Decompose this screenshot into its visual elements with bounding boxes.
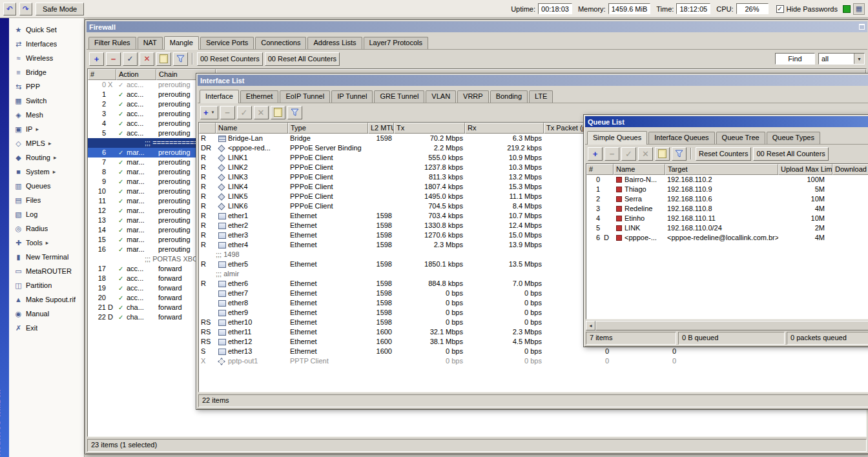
sidebar-item-mesh[interactable]: ◈Mesh [9, 108, 84, 122]
enable-button[interactable]: ✓ [237, 106, 252, 119]
column-header-download-max-limit[interactable]: Download Max Limit [832, 164, 868, 175]
interface-tab-ethernet[interactable]: Ethernet [240, 90, 279, 103]
reset-counters-button[interactable]: Reset Counters [696, 147, 751, 161]
sidebar-item-interfaces[interactable]: ⇄Interfaces [9, 37, 84, 51]
column-header-rx[interactable]: Rx [465, 123, 544, 134]
sidebar-item-routing[interactable]: ◆Routing▸ [9, 150, 84, 165]
remove-button[interactable]: − [220, 106, 235, 119]
redo-button[interactable]: ↷ [19, 3, 32, 15]
firewall-titlebar[interactable]: Firewall [87, 21, 867, 32]
sidebar-item-queues[interactable]: ▥Queues [9, 179, 84, 193]
queue-row[interactable]: 4Etinho192.168.110.1110M70M [586, 214, 868, 223]
sidebar-item-ip[interactable]: ▣IP▸ [9, 122, 84, 136]
remove-button[interactable]: − [106, 52, 121, 66]
app-grid-icon[interactable]: ▦ [853, 3, 865, 15]
disable-button[interactable]: ✕ [638, 147, 653, 161]
sidebar-item-files[interactable]: ▤Files [9, 193, 84, 207]
filter-button[interactable] [173, 52, 188, 66]
firewall-tab-mangle[interactable]: Mangle [164, 36, 199, 50]
column-header-action[interactable]: Action [116, 69, 156, 80]
queue-hscrollbar[interactable]: ◂ [586, 321, 868, 330]
enable-button[interactable]: ✓ [621, 147, 636, 161]
scroll-thumb[interactable] [595, 321, 868, 330]
queue-tab-simple-queues[interactable]: Simple Queues [587, 131, 647, 145]
filter-scope-dropdown[interactable]: all ▼ [818, 53, 865, 65]
interface-row[interactable]: Xpptp-out1PPTP Client0 bps0 bps00 [199, 356, 868, 366]
comment-button[interactable] [271, 106, 285, 119]
column-header-upload-max-limit[interactable]: Upload Max Limit [778, 164, 832, 175]
scroll-left-icon[interactable]: ◂ [586, 321, 595, 330]
column-header-l2-mtu[interactable]: L2 MTU [368, 123, 394, 134]
column-header-c0[interactable]: # [88, 69, 116, 80]
interface-tab-eoip-tunnel[interactable]: EoIP Tunnel [280, 90, 330, 103]
interface-row[interactable]: Sether13Ethernet16000 bps0 bps00 [199, 347, 868, 356]
sidebar-item-exit[interactable]: ✗Exit [9, 321, 84, 335]
disable-button[interactable]: ✕ [140, 52, 154, 66]
chevron-down-icon[interactable]: ▼ [854, 54, 864, 64]
firewall-tab-address-lists[interactable]: Address Lists [307, 37, 362, 49]
column-header-c0[interactable] [199, 123, 216, 134]
reset-all-counters-button[interactable]: 00 Reset All Counters [753, 147, 828, 161]
sidebar-item-quick-set[interactable]: ★Quick Set [9, 23, 84, 37]
comment-button[interactable] [655, 147, 670, 161]
hide-passwords-checkbox[interactable]: ✓ [776, 5, 784, 13]
queue-tab-interface-queues[interactable]: Interface Queues [648, 132, 714, 144]
interface-tab-bonding[interactable]: Bonding [490, 90, 528, 103]
scroll-track[interactable] [595, 321, 868, 330]
restore-icon[interactable] [859, 24, 865, 30]
filter-button[interactable] [287, 106, 302, 119]
sidebar-item-metarouter[interactable]: ▭MetaROUTER [9, 264, 84, 278]
add-dropdown-button[interactable]: +▼ [200, 106, 218, 119]
column-header-name[interactable]: Name [614, 164, 665, 175]
sidebar-item-ppp[interactable]: ⇆PPP [9, 79, 84, 94]
column-header-name[interactable]: Name [216, 123, 288, 134]
remove-button[interactable]: − [604, 147, 619, 161]
interface-tab-vrrp[interactable]: VRRP [457, 90, 489, 103]
interface-tab-gre-tunnel[interactable]: GRE Tunnel [374, 90, 424, 103]
interface-tab-ip-tunnel[interactable]: IP Tunnel [331, 90, 373, 103]
sidebar-item-mpls[interactable]: ◇MPLS▸ [9, 136, 84, 150]
column-header-tx[interactable]: Tx [394, 123, 465, 134]
undo-button[interactable]: ↶ [3, 3, 16, 15]
queue-row[interactable]: 0Bairro-N...192.168.110.2100M100M [586, 175, 868, 185]
interface-tab-interface[interactable]: Interface [200, 90, 239, 103]
queue-row[interactable]: 6D<pppoe-...<pppoe-redeline@locallink.co… [586, 233, 868, 243]
sidebar-item-new-terminal[interactable]: ▮New Terminal [9, 250, 84, 264]
firewall-tab-layer7-protocols[interactable]: Layer7 Protocols [364, 37, 429, 49]
interface-tab-lte[interactable]: LTE [529, 90, 553, 103]
sidebar-item-partition[interactable]: ◫Partition [9, 278, 84, 292]
firewall-tab-nat[interactable]: NAT [138, 37, 163, 49]
reset-all-counters-button[interactable]: 00 Reset All Counters [265, 52, 340, 66]
queue-row[interactable]: 1Thiago192.168.110.95M40M [586, 185, 868, 194]
column-header-type[interactable]: Type [288, 123, 368, 134]
queue-tab-queue-tree[interactable]: Queue Tree [716, 132, 765, 144]
sidebar-item-switch[interactable]: ▦Switch [9, 94, 84, 108]
interface-tab-vlan[interactable]: VLAN [426, 90, 456, 103]
firewall-tab-service-ports[interactable]: Service Ports [200, 37, 254, 49]
sidebar-item-system[interactable]: ■System▸ [9, 165, 84, 179]
queue-row[interactable]: 3Redeline192.168.110.84M20M [586, 204, 868, 214]
sidebar-item-radius[interactable]: ◎Radius [9, 221, 84, 236]
queue-row[interactable]: 5LINK192.168.110.0/242M2M [586, 223, 868, 233]
sidebar-item-wireless[interactable]: ≈Wireless [9, 51, 84, 65]
disable-button[interactable]: ✕ [254, 106, 269, 119]
add-button[interactable]: + [89, 52, 104, 66]
safe-mode-button[interactable]: Safe Mode [36, 3, 84, 15]
sidebar-item-bridge[interactable]: ≡Bridge [9, 65, 84, 79]
sidebar-item-log[interactable]: ▧Log [9, 207, 84, 221]
filter-button[interactable] [672, 147, 687, 161]
find-button[interactable]: Find [775, 53, 815, 65]
queue-list-titlebar[interactable]: Queue List [585, 116, 868, 127]
sidebar-item-tools[interactable]: ✚Tools▸ [9, 236, 84, 250]
interface-list-titlebar[interactable]: Interface List [198, 75, 868, 86]
sidebar-item-manual[interactable]: ◉Manual [9, 307, 84, 321]
firewall-tab-connections[interactable]: Connections [255, 37, 306, 49]
enable-button[interactable]: ✓ [123, 52, 138, 66]
column-header-target[interactable]: Target [665, 164, 778, 175]
comment-button[interactable] [156, 52, 171, 66]
sidebar-item-make-supout-rif[interactable]: ▲Make Supout.rif [9, 292, 84, 307]
firewall-tab-filter-rules[interactable]: Filter Rules [88, 37, 136, 49]
add-button[interactable]: + [588, 147, 603, 161]
column-header-c0[interactable]: # [586, 164, 614, 175]
queue-row[interactable]: 2Serra192.168.110.610M100M [586, 194, 868, 204]
